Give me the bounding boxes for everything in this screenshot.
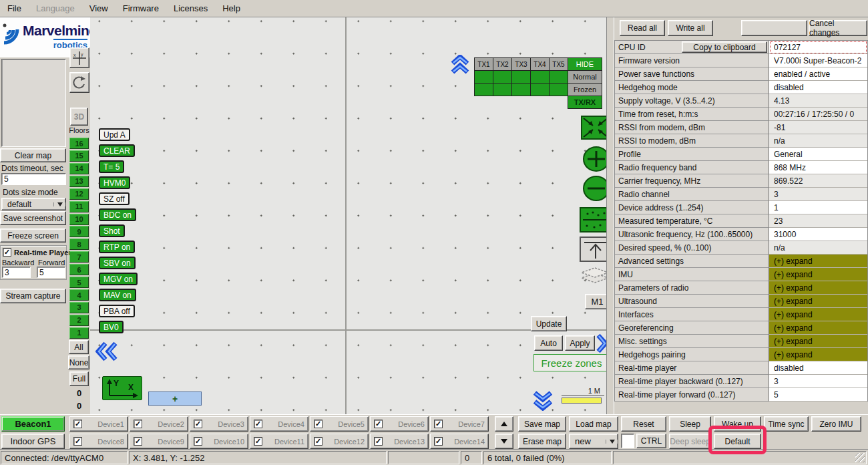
map-toggle-button[interactable]: T= 5	[99, 160, 124, 173]
tx-frozen-button[interactable]: Frozen	[568, 83, 602, 96]
floor-button[interactable]: 5	[69, 277, 89, 288]
load-map-button[interactable]: Load map	[569, 416, 618, 432]
device-checkbox[interactable]	[134, 420, 142, 428]
menu-item[interactable]: Help	[215, 1, 248, 16]
deep-sleep-button[interactable]: Deep sleep	[669, 434, 711, 449]
collapse-up-icon[interactable]	[450, 55, 470, 75]
menu-item[interactable]: Licenses	[166, 1, 215, 16]
move-up-icon[interactable]	[580, 237, 606, 262]
zoom-out-icon[interactable]	[582, 175, 606, 202]
floor-button[interactable]: 10	[69, 214, 89, 225]
indoor-gps-tab[interactable]: Indoor GPS	[1, 434, 65, 449]
floor-button[interactable]: 11	[69, 201, 89, 212]
tx-cell[interactable]	[511, 83, 531, 96]
resize-grip-icon[interactable]	[855, 453, 865, 462]
device-checkbox[interactable]	[134, 437, 142, 446]
param-value[interactable]: n/a	[769, 241, 867, 255]
device-cell[interactable]: Device5	[310, 416, 369, 432]
floor-button[interactable]: 8	[69, 239, 89, 250]
chevron-down-icon[interactable]	[606, 440, 618, 444]
map-toggle-button[interactable]: CLEAR	[99, 144, 135, 157]
param-value[interactable]: 23	[769, 214, 867, 228]
device-checkbox[interactable]	[254, 437, 262, 446]
copy-to-clipboard-button[interactable]: Copy to clipboard	[682, 41, 767, 53]
realtime-player-checkbox[interactable]	[3, 248, 11, 257]
zero-imu-button[interactable]: Zero IMU	[811, 416, 861, 432]
device-cell[interactable]: Device13	[370, 434, 429, 449]
map-toggle-button[interactable]: BV0	[99, 321, 124, 333]
floor-button[interactable]: 12	[69, 188, 89, 200]
tx-hide-button[interactable]: HIDE	[568, 57, 602, 71]
param-value[interactable]: (+) expand	[769, 308, 867, 321]
ctrl-button[interactable]: CTRL	[636, 434, 666, 448]
device-checkbox[interactable]	[314, 420, 322, 428]
tx-cell[interactable]	[493, 70, 512, 84]
param-value[interactable]: n/a	[769, 134, 867, 148]
freeze-zones-button[interactable]: Freeze zones	[533, 354, 606, 371]
collapse-left-icon[interactable]	[95, 341, 120, 362]
erase-map-button[interactable]: Erase map	[518, 434, 566, 449]
device-cell[interactable]: Device8	[69, 434, 128, 449]
tx-header-cell[interactable]: TX5	[549, 57, 568, 71]
panel-splitter[interactable]	[606, 17, 614, 414]
param-value[interactable]: 3	[769, 375, 867, 388]
device-cell[interactable]: Device6	[370, 416, 429, 432]
map-canvas[interactable]: Upd ACLEART= 5HVM0SZ offBDC onShotRTP on…	[90, 17, 606, 414]
device-checkbox[interactable]	[73, 420, 82, 428]
tx-cell[interactable]	[493, 83, 512, 96]
device-cell[interactable]: Device14	[430, 434, 489, 449]
floor-button[interactable]: 13	[69, 176, 89, 187]
floor-button[interactable]: 15	[69, 150, 89, 162]
param-value[interactable]: (+) expand	[769, 281, 867, 295]
tx-cell[interactable]	[474, 70, 493, 84]
m1-button[interactable]: M1	[585, 294, 606, 309]
device-cell[interactable]: Device12	[310, 434, 369, 449]
floors-all-button[interactable]: All	[69, 340, 89, 354]
auto-button[interactable]: Auto	[534, 335, 563, 351]
menu-item[interactable]: File	[0, 1, 29, 16]
param-value[interactable]: 4.13	[769, 94, 867, 108]
param-value[interactable]: enabled / active	[769, 67, 867, 81]
map-toggle-button[interactable]: BDC on	[99, 208, 136, 221]
param-value[interactable]: 5	[769, 388, 867, 402]
zoom-in-icon[interactable]	[582, 146, 606, 172]
param-value[interactable]: disabled	[769, 361, 867, 375]
device-cell[interactable]: Device1	[69, 416, 128, 432]
forward-input[interactable]: 5	[37, 267, 65, 278]
apply-button[interactable]: Apply	[565, 335, 595, 351]
floor-button[interactable]: 6	[69, 264, 89, 275]
tx-header-cell[interactable]: TX3	[511, 57, 531, 71]
map-toggle-button[interactable]: RTP on	[99, 241, 135, 253]
device-cell[interactable]: Device3	[190, 416, 248, 432]
param-value[interactable]: 1	[769, 201, 867, 214]
device-checkbox[interactable]	[194, 437, 202, 446]
device-checkbox[interactable]	[254, 420, 262, 428]
realtime-player-checkbox-row[interactable]: Real-time Player	[3, 248, 71, 257]
default-button[interactable]: Default	[714, 434, 761, 449]
map-toggle-button[interactable]: MGV on	[99, 273, 138, 285]
clear-map-button[interactable]: Clear map	[0, 148, 66, 162]
param-value[interactable]: (+) expand	[769, 268, 867, 281]
param-value[interactable]: General	[769, 148, 867, 161]
param-value[interactable]: (+) expand	[769, 321, 867, 335]
blank-button[interactable]	[741, 20, 807, 36]
param-value[interactable]: (+) expand	[769, 255, 867, 268]
tx-header-cell[interactable]: TX1	[474, 57, 493, 71]
param-value[interactable]: (+) expand	[769, 335, 867, 348]
floor-button[interactable]: 4	[69, 289, 89, 301]
floor-button[interactable]: 1	[69, 327, 89, 339]
map-toggle-button[interactable]: MAV on	[99, 289, 136, 301]
wake-up-button[interactable]: Wake up	[714, 416, 761, 432]
tx-cell[interactable]	[511, 70, 531, 84]
device-cell[interactable]: Device11	[250, 434, 308, 449]
map-list-box[interactable]	[1, 59, 66, 147]
param-value[interactable]: 3	[769, 188, 867, 201]
floor-button[interactable]: 2	[69, 315, 89, 326]
device-checkbox[interactable]	[314, 437, 322, 446]
param-value[interactable]: 31000	[769, 228, 867, 241]
rotate-view-button[interactable]	[69, 72, 89, 93]
time-sync-button[interactable]: Time sync	[764, 416, 809, 432]
device-checkbox[interactable]	[73, 437, 82, 446]
map-toggle-button[interactable]: HVM0	[99, 176, 130, 189]
tx-normal-button[interactable]: Normal	[568, 70, 602, 84]
